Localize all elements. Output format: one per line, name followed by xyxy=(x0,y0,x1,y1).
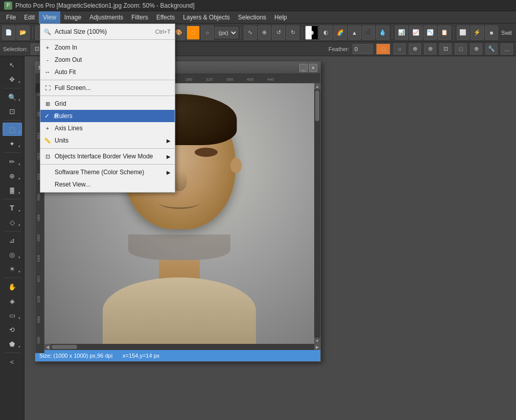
dd-axis-lines[interactable]: + Axis Lines xyxy=(40,122,175,134)
tool-history-brush[interactable]: ⟲ xyxy=(3,323,22,336)
tool-shape[interactable]: ◇▾ xyxy=(3,216,22,229)
tool-eyedropper[interactable]: ⊿ xyxy=(3,234,22,247)
scroll-up[interactable]: ▲ xyxy=(314,83,320,89)
view-dropdown-menu: 🔍 Actual Size (100%) Ctrl+T + Zoom In - … xyxy=(40,24,175,193)
tool-stamp[interactable]: ◈ xyxy=(3,294,22,308)
adjust3[interactable]: ▲ xyxy=(348,26,361,40)
layer1[interactable]: ⬜ xyxy=(457,26,470,40)
sel-tool2[interactable]: ⊕ xyxy=(424,43,436,55)
hist3[interactable]: 📉 xyxy=(424,26,437,40)
menu-item-selections[interactable]: Selections xyxy=(234,11,270,24)
menu-item-view[interactable]: View xyxy=(39,11,60,24)
sep7 xyxy=(454,27,454,39)
tool-clone[interactable]: ⊕▾ xyxy=(3,169,22,182)
tool3[interactable]: ↺ xyxy=(272,26,285,40)
dd-software-theme[interactable]: Software Theme (Color Scheme) ▶ xyxy=(40,166,175,178)
menu-item-filters[interactable]: Filters xyxy=(127,11,152,24)
menu-item-effects[interactable]: Effects xyxy=(152,11,179,24)
v-scroll-thumb[interactable] xyxy=(315,90,319,121)
dd-zoom-in[interactable]: + Zoom In xyxy=(40,41,175,54)
hist1[interactable]: 📊 xyxy=(395,26,408,40)
feather-input[interactable] xyxy=(353,44,373,54)
dd-objects-interface[interactable]: ⊡ Objects Interface Border View Mode ▶ xyxy=(40,150,175,162)
dd-actual-size-label: Actual Size (100%) xyxy=(55,28,107,35)
tool-paint[interactable]: ✏▾ xyxy=(3,155,22,168)
h-scroll-thumb[interactable] xyxy=(52,345,77,349)
menu-item-image[interactable]: Image xyxy=(60,11,85,24)
open-btn[interactable]: 📂 xyxy=(16,26,30,40)
title-bar: P Photo Pos Pro [MagneticSelection1.jpg … xyxy=(0,0,516,11)
tool4[interactable]: ↻ xyxy=(286,26,299,40)
sel-shape-btn[interactable]: ○ xyxy=(393,43,406,55)
v-scrollbar[interactable]: ▲ ▼ xyxy=(314,83,320,344)
tool-brush2[interactable]: ⬟▾ xyxy=(3,337,22,351)
tool-fill[interactable]: ▓▾ xyxy=(3,183,22,197)
tool-zoom[interactable]: 🔍▾ xyxy=(3,90,22,104)
tool-move[interactable]: ✥▾ xyxy=(3,73,22,86)
tool-sep2 xyxy=(4,120,21,121)
dd-actual-size[interactable]: 🔍 Actual Size (100%) Ctrl+T xyxy=(40,26,175,38)
contrast-btn[interactable]: ◑ xyxy=(305,26,318,40)
extra2[interactable]: ■ xyxy=(485,26,498,40)
switch-label: Swit xyxy=(499,30,514,36)
dd-software-theme-label: Software Theme (Color Scheme) xyxy=(55,169,144,176)
blend-mode-select[interactable]: (px) xyxy=(215,27,238,38)
hist2[interactable]: 📈 xyxy=(409,26,423,40)
tool-cursor[interactable]: ↖ xyxy=(3,58,22,72)
adjust5[interactable]: 💧 xyxy=(376,26,389,40)
extra1[interactable]: ⚡ xyxy=(471,26,484,40)
dd-objects-interface-label: Objects Interface Border View Mode xyxy=(55,153,153,160)
auto-fit-icon: ↔ xyxy=(43,68,52,76)
tool1[interactable]: ∿ xyxy=(244,26,257,40)
tool-selection[interactable]: ⬚▾ xyxy=(3,123,22,136)
dd-actual-size-shortcut: Ctrl+T xyxy=(155,29,171,35)
menu-item-edit[interactable]: Edit xyxy=(20,11,39,24)
sel-tool3[interactable]: ⊡ xyxy=(439,43,452,55)
scroll-down[interactable]: ▼ xyxy=(314,338,320,344)
menu-item-layers[interactable]: Layers & Objects xyxy=(179,11,233,24)
tool-eraser[interactable]: ▭▾ xyxy=(3,309,22,322)
tool2[interactable]: ⊕ xyxy=(258,26,271,40)
dd-full-screen[interactable]: ⛶ Full Screen... xyxy=(40,82,175,94)
dd-reset-view[interactable]: Reset View... xyxy=(40,178,175,191)
tool-text[interactable]: T▾ xyxy=(3,201,22,215)
objects-interface-icon: ⊡ xyxy=(43,152,52,160)
hist4[interactable]: 📋 xyxy=(438,26,451,40)
scroll-left[interactable]: ◀ xyxy=(44,344,51,350)
tool-blur[interactable]: ◎▾ xyxy=(3,248,22,261)
sel-tool5[interactable]: ⊕ xyxy=(470,43,482,55)
grid-icon: ⊞ xyxy=(43,100,52,108)
menu-item-file[interactable]: File xyxy=(2,11,20,24)
menu-item-adjustments[interactable]: Adjustments xyxy=(85,11,127,24)
menu-item-help[interactable]: Help xyxy=(270,11,291,24)
tool-nav[interactable]: < xyxy=(3,355,22,368)
minimize-btn[interactable]: _ xyxy=(299,64,308,72)
dd-rulers[interactable]: ✓ ⊟ Rulers xyxy=(40,110,175,122)
scroll-right[interactable]: ▶ xyxy=(314,344,320,350)
close-btn[interactable]: ✕ xyxy=(309,64,317,72)
bg-color-btn[interactable]: □ xyxy=(186,26,200,40)
left-toolbar: ↖ ✥▾ 🔍▾ ⊡ ⬚▾ ✦▾ ✏▾ ⊕▾ ▓▾ T▾ ◇▾ ⊿ ◎▾ ☀▾ ✋… xyxy=(0,56,25,420)
tool-magic[interactable]: ✦▾ xyxy=(3,137,22,150)
sep1 xyxy=(32,27,33,39)
adjust2[interactable]: 🌈 xyxy=(334,26,347,40)
sel-tool1[interactable]: ⊕ xyxy=(409,43,421,55)
tool-hand[interactable]: ✋ xyxy=(3,280,22,293)
sel-tool6[interactable]: 🔧 xyxy=(485,43,498,55)
software-theme-arrow: ▶ xyxy=(167,170,171,175)
new-btn[interactable]: 📄 xyxy=(2,26,15,40)
adjust1[interactable]: ◐ xyxy=(319,26,333,40)
tool-dodge[interactable]: ☀▾ xyxy=(3,262,22,275)
sel-more[interactable]: … xyxy=(501,43,513,55)
dd-units[interactable]: 📏 Units ▶ xyxy=(40,134,175,147)
dd-zoom-out[interactable]: - Zoom Out xyxy=(40,54,175,66)
circle-tool-btn[interactable]: ○ xyxy=(201,26,214,40)
dd-auto-fit[interactable]: ↔ Auto Fit xyxy=(40,66,175,78)
units-arrow: ▶ xyxy=(167,138,171,144)
sel-tool4[interactable]: □ xyxy=(455,43,467,55)
tool-crop[interactable]: ⊡ xyxy=(3,105,22,118)
feather-label: Feather: xyxy=(329,46,349,52)
adjust4[interactable]: ⬛ xyxy=(362,26,376,40)
feather-color-btn[interactable]: □ xyxy=(376,43,390,55)
dd-grid[interactable]: ⊞ Grid xyxy=(40,98,175,110)
